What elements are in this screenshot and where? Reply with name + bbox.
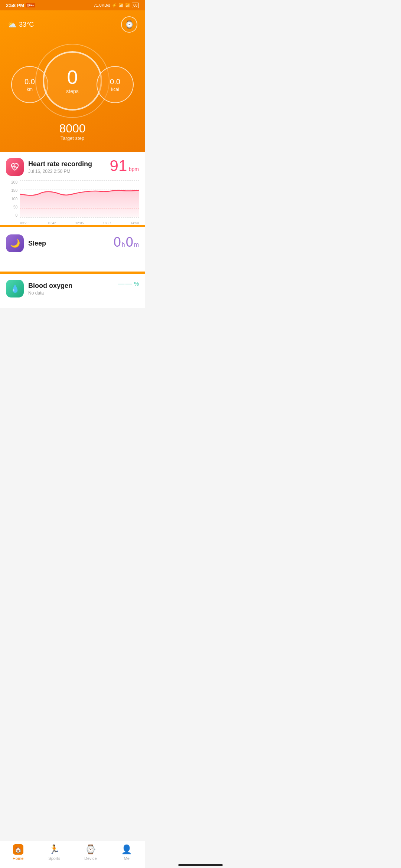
weather-temperature: 33°C — [19, 21, 34, 29]
hero-top-bar: ⛅ 33°C ⌚ — [7, 16, 137, 33]
sleep-value-section: 0 h 0 m — [114, 234, 139, 250]
calories-value: 0.0 — [110, 78, 120, 86]
bo-text-group: Blood oxygen No data — [28, 282, 72, 296]
sleep-minutes: 0 — [126, 234, 133, 250]
bo-subtitle: No data — [28, 290, 72, 296]
calories-unit: kcal — [111, 87, 119, 92]
o2-icon: 💧 — [10, 284, 20, 293]
bo-dash: —— — [118, 280, 133, 287]
steps-circle-inner: 0 steps — [43, 51, 102, 111]
moon-icon: 🌙 — [10, 239, 20, 248]
distance-value: 0.0 — [25, 78, 35, 86]
sleep-icon-title: 🌙 Sleep — [6, 234, 46, 252]
bo-value-section: —— % — [118, 280, 139, 287]
target-label: Target step — [7, 135, 137, 141]
time-display: 2:58 PM — [6, 3, 24, 8]
steps-value: 0 — [67, 68, 78, 87]
weather-widget: ⛅ 33°C — [7, 20, 34, 29]
x-label-0920: 09:20 — [20, 221, 29, 225]
heart-rate-header: Heart rate recording Jul 16, 2022 2:50 P… — [6, 158, 139, 176]
sleep-hours: 0 — [114, 234, 121, 250]
battery-icon: 68 — [132, 3, 139, 8]
grid-100 — [20, 199, 139, 199]
bo-icon-title: 💧 Blood oxygen No data — [6, 280, 72, 297]
status-bar: 2:58 PM Qlike 71.0KB/s ⚡ 📶 📶 68 — [0, 0, 145, 10]
sleep-header: 🌙 Sleep 0 h 0 m — [6, 234, 139, 252]
y-label-200: 200 — [11, 180, 17, 184]
network-speed: 71.0KB/s — [94, 3, 110, 7]
y-label-100: 100 — [11, 197, 17, 201]
hr-title: Heart rate recording — [28, 160, 92, 168]
grid-0 — [20, 217, 139, 218]
calories-circle[interactable]: 0.0 kcal — [97, 66, 134, 103]
hr-subtitle: Jul 16, 2022 2:50 PM — [28, 169, 92, 174]
hr-unit: bpm — [129, 166, 139, 172]
bo-title: Blood oxygen — [28, 282, 72, 290]
app-badge: Qlike — [26, 3, 35, 7]
y-label-0: 0 — [15, 213, 17, 217]
hr-value-section: 91 bpm — [110, 158, 139, 174]
circles-container: 0.0 km 0 steps 0.0 kcal — [7, 36, 137, 125]
watch-icon[interactable]: ⌚ — [121, 16, 137, 33]
blood-oxygen-icon: 💧 — [6, 280, 24, 297]
steps-label: steps — [66, 88, 78, 94]
status-time-section: 2:58 PM Qlike — [6, 3, 35, 8]
chart-area — [20, 180, 139, 217]
bo-header: 💧 Blood oxygen No data —— % — [6, 280, 139, 297]
grid-200 — [20, 180, 139, 181]
grid-150 — [20, 190, 139, 190]
hr-number: 91 — [110, 157, 127, 174]
weather-icon: ⛅ — [7, 20, 17, 29]
x-label-1205: 12:05 — [75, 221, 84, 225]
y-label-150: 150 — [11, 188, 17, 193]
hr-icon-title: Heart rate recording Jul 16, 2022 2:50 P… — [6, 158, 92, 176]
signal-icon: 📶 — [118, 3, 124, 8]
y-label-50: 50 — [13, 205, 17, 209]
sleep-card[interactable]: 🌙 Sleep 0 h 0 m — [0, 227, 145, 272]
heart-rate-chart: 200 150 100 50 0 — [6, 180, 139, 225]
heart-rate-card[interactable]: Heart rate recording Jul 16, 2022 2:50 P… — [0, 152, 145, 225]
bo-percent: % — [134, 281, 139, 287]
wifi-icon: 📶 — [125, 3, 130, 8]
bluetooth-icon: ⚡ — [112, 3, 117, 8]
blood-oxygen-card[interactable]: 💧 Blood oxygen No data —— % — [0, 274, 145, 308]
distance-unit: km — [27, 87, 33, 92]
sleep-hours-unit: h — [122, 241, 125, 248]
x-label-1042: 10:42 — [48, 221, 56, 225]
heart-rate-icon — [6, 158, 24, 176]
x-label-1450: 14:50 — [130, 221, 139, 225]
chart-x-axis: 09:20 10:42 12:05 13:27 14:50 — [20, 221, 139, 225]
sleep-title: Sleep — [28, 240, 46, 247]
hero-section: ⛅ 33°C ⌚ 0.0 km 0 steps 0.0 kcal — [0, 10, 145, 152]
sleep-icon: 🌙 — [6, 234, 24, 252]
sleep-minutes-unit: m — [134, 241, 139, 248]
chart-y-axis: 200 150 100 50 0 — [6, 180, 19, 217]
hr-text-group: Heart rate recording Jul 16, 2022 2:50 P… — [28, 160, 92, 174]
grid-50 — [20, 208, 139, 208]
x-label-1327: 13:27 — [103, 221, 111, 225]
status-icons: 71.0KB/s ⚡ 📶 📶 68 — [94, 3, 139, 8]
